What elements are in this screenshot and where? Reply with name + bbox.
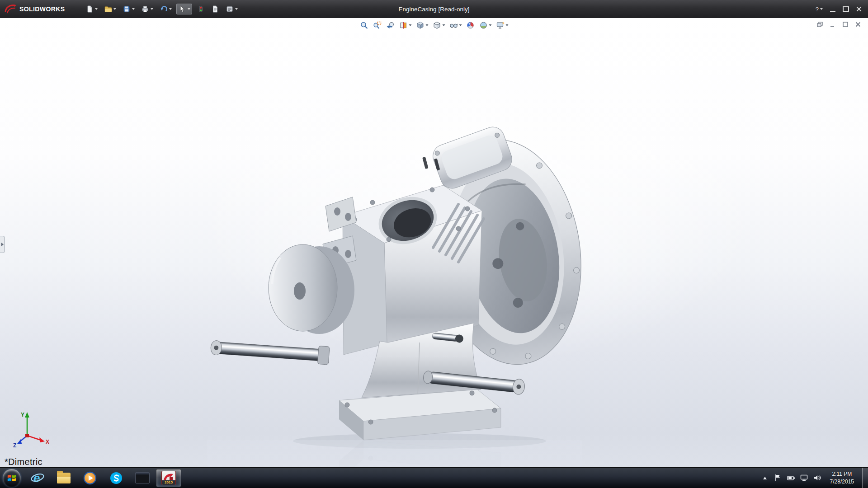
taskbar-item-media-player[interactable]: [77, 469, 103, 487]
start-button[interactable]: [3, 469, 21, 487]
chevron-up-icon: [763, 477, 767, 479]
dropdown-caret-icon: [459, 24, 462, 26]
flag-icon: [774, 474, 781, 482]
undo-icon: [160, 5, 168, 13]
doc-maximize-button[interactable]: [841, 21, 850, 28]
display-button[interactable]: [800, 474, 808, 483]
logo-text: SOLIDWORKS: [19, 5, 65, 13]
hide-show-items-icon: [449, 21, 458, 30]
action-center-button[interactable]: [774, 474, 782, 483]
folder-icon: [57, 473, 71, 483]
new-document-icon: [85, 5, 94, 13]
close-button[interactable]: [856, 6, 862, 12]
display-style-button[interactable]: [431, 19, 447, 31]
titlebar: SOLIDWORKS: [0, 0, 868, 19]
feature-tree-collapse-tab[interactable]: [0, 236, 5, 253]
media-player-icon: [83, 471, 97, 485]
dropdown-caret-icon: [820, 8, 823, 10]
clock[interactable]: 2:11 PM 7/28/2015: [826, 470, 858, 485]
minimize-button[interactable]: [830, 7, 835, 12]
graphics-viewport[interactable]: Y X Z *Dimetric: [0, 18, 868, 468]
doc-minimize-icon: [830, 22, 835, 27]
apply-scene-button[interactable]: [478, 19, 493, 31]
hide-show-items-button[interactable]: [448, 19, 463, 31]
windows-flag-icon: [7, 473, 17, 483]
standard-toolbar: [84, 4, 240, 14]
window-controls: ?: [816, 6, 868, 13]
solidworks-logo: SOLIDWORKS: [0, 0, 72, 18]
minimize-icon: [830, 11, 835, 12]
solidworks-logo-icon: [5, 4, 16, 14]
taskbar-item-skype[interactable]: [104, 469, 129, 487]
dropdown-caret-icon: [235, 8, 238, 10]
undo-button[interactable]: [158, 4, 174, 14]
clock-time: 2:11 PM: [830, 470, 854, 478]
doc-restore-button[interactable]: [816, 21, 825, 28]
speaker-icon: [813, 474, 821, 481]
window-title: EngineCasing [Read-only]: [399, 6, 470, 13]
internet-explorer-icon: e: [30, 471, 45, 485]
dropdown-caret-icon: [409, 24, 412, 26]
taskbar-item-internet-explorer[interactable]: e: [25, 469, 50, 487]
y-axis-arrow-icon: [25, 412, 29, 418]
dropdown-caret-icon: [443, 24, 445, 26]
doc-minimize-button[interactable]: [828, 21, 837, 28]
reflection-fade: [207, 440, 582, 468]
help-icon: ?: [816, 6, 819, 13]
dropdown-caret-icon: [132, 8, 135, 10]
taskbar-item-solidworks[interactable]: 2015: [156, 469, 181, 487]
zoom-to-fit-icon: [360, 21, 369, 30]
dropdown-caret-icon: [113, 8, 116, 10]
open-icon: [104, 5, 112, 13]
volume-button[interactable]: [813, 474, 821, 483]
view-settings-button[interactable]: [495, 19, 510, 31]
taskbar-item-windows-explorer[interactable]: [51, 469, 76, 487]
screen: SOLIDWORKS: [0, 0, 868, 488]
left-mounting-rod[interactable]: [210, 338, 330, 365]
edit-appearance-button[interactable]: [465, 19, 476, 31]
rebuild-button[interactable]: [195, 4, 207, 14]
options-button[interactable]: [224, 4, 240, 14]
edit-appearance-icon: [466, 21, 475, 30]
dropdown-caret-icon: [426, 24, 429, 26]
doc-restore-icon: [817, 22, 823, 27]
x-axis-label: X: [46, 439, 49, 445]
view-orientation-button[interactable]: [415, 19, 430, 31]
dropdown-caret-icon: [95, 8, 98, 10]
y-axis-label: Y: [21, 412, 24, 418]
show-hidden-icons-button[interactable]: [761, 474, 769, 483]
solidworks-app-icon: 2015: [161, 471, 176, 485]
show-desktop-button[interactable]: [862, 468, 868, 488]
engine-casing-geometry[interactable]: [210, 127, 582, 440]
view-orientation-label: *Dimetric: [5, 457, 42, 467]
open-button[interactable]: [102, 4, 118, 14]
save-icon: [123, 5, 131, 13]
clutch-cover-disc[interactable]: [269, 244, 354, 334]
skype-icon: [109, 471, 123, 485]
select-arrow-icon: [178, 5, 186, 13]
maximize-button[interactable]: [843, 6, 849, 12]
print-button[interactable]: [139, 4, 155, 14]
battery-button[interactable]: [787, 474, 795, 483]
taskbar: e: [0, 467, 868, 488]
dropdown-caret-icon: [489, 24, 492, 26]
section-view-button[interactable]: [398, 19, 413, 31]
zoom-to-fit-button[interactable]: [359, 19, 370, 31]
dropdown-caret-icon: [506, 24, 509, 26]
save-button[interactable]: [121, 4, 137, 14]
doc-maximize-icon: [843, 22, 848, 27]
zoom-to-area-button[interactable]: [372, 19, 383, 31]
orientation-triad: Y X Z: [12, 410, 51, 448]
rebuild-icon: [197, 5, 205, 13]
view-orientation-icon: [416, 21, 425, 30]
taskbar-item-command-window[interactable]: [130, 469, 155, 487]
previous-view-button[interactable]: [385, 19, 396, 31]
document-window-controls: [816, 21, 863, 28]
engine-casing-model[interactable]: [207, 127, 582, 468]
help-button[interactable]: ?: [816, 6, 823, 13]
new-document-button[interactable]: [84, 4, 99, 14]
file-properties-icon: [211, 5, 219, 13]
doc-close-button[interactable]: [854, 21, 863, 28]
select-button[interactable]: [176, 4, 192, 14]
file-properties-button[interactable]: [209, 4, 221, 14]
